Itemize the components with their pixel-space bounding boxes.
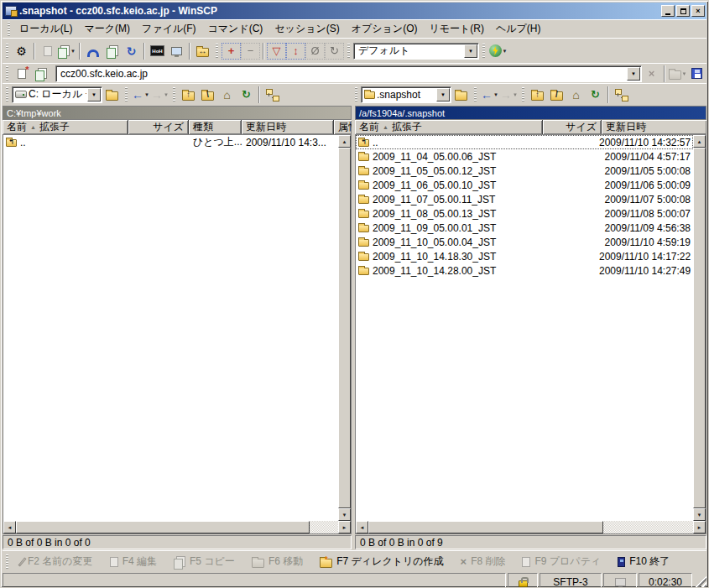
scroll-left-button[interactable]: ◄	[356, 521, 368, 533]
remote-row[interactable]: 2009_11_10_05.00.04_JST 2009/11/10 4:59:…	[356, 235, 693, 249]
session-combo[interactable]: ccz00.sfc.keio.ac.jp ▼	[55, 65, 642, 82]
minimize-button[interactable]	[661, 5, 675, 17]
sessionbar-grip[interactable]	[4, 66, 10, 81]
menu-remote[interactable]: リモート(R)	[423, 19, 490, 39]
funcbar-grip[interactable]	[4, 554, 10, 570]
local-nav-grip[interactable]	[123, 87, 129, 102]
remote-row[interactable]: 2009_11_08_05.00.13_JST 2009/11/08 5:00:…	[356, 206, 693, 221]
f10-quit-button[interactable]: F10 終了	[610, 554, 677, 569]
toolbar-grip-2[interactable]	[214, 44, 220, 59]
remote-tree-button[interactable]	[612, 86, 631, 104]
saved-sessions-button[interactable]: ▼	[57, 42, 76, 60]
local-tree-button[interactable]	[263, 86, 282, 104]
preferences-button[interactable]: ⚙	[12, 42, 31, 60]
remote-header-size[interactable]: サイズ	[543, 120, 602, 134]
remote-row[interactable]: 2009_11_10_14.28.00_JST 2009/11/10 14:27…	[356, 263, 693, 278]
sort-button[interactable]: ↕	[286, 42, 305, 60]
local-toolbar-grip[interactable]	[4, 87, 10, 102]
menu-mark[interactable]: マーク(M)	[79, 19, 137, 39]
new-session-button[interactable]: *	[12, 65, 31, 83]
remote-row[interactable]: 2009_11_06_05.00.10_JST 2009/11/06 5:00:…	[356, 178, 693, 192]
scroll-left-button[interactable]: ◄	[3, 521, 16, 533]
menu-local[interactable]: ローカル(L)	[13, 19, 79, 39]
remote-home-directory-button[interactable]: ⌂	[566, 86, 586, 104]
remote-parent-directory-button[interactable]: ↑	[528, 86, 547, 104]
save-session-button[interactable]	[687, 65, 706, 83]
scrollbar-thumb[interactable]	[16, 521, 310, 533]
remote-row[interactable]: 2009_11_04_05.00.06_JST 2009/11/04 4:57:…	[356, 149, 693, 164]
maximize-button[interactable]	[676, 5, 690, 17]
menu-session[interactable]: セッション(S)	[268, 19, 345, 39]
add-to-queue-button[interactable]: +	[222, 42, 241, 60]
close-button[interactable]: ×	[691, 5, 705, 17]
f7-create-directory-button[interactable]: *F7 ディレクトリの作成	[312, 554, 451, 569]
remote-directory-combo[interactable]: .snapshot ▼	[361, 86, 451, 103]
local-dir-grip[interactable]	[171, 87, 177, 102]
local-home-directory-button[interactable]: ⌂	[217, 86, 237, 104]
local-path-bar[interactable]: C:¥tmp¥work	[3, 106, 352, 120]
menu-file[interactable]: ファイル(F)	[136, 19, 201, 39]
transfer-profile-combo[interactable]: デフォルト ▼	[353, 43, 479, 60]
remote-toolbar-grip[interactable]	[353, 87, 359, 102]
local-row-up[interactable]: ↰.. ひとつ上... 2009/11/10 14:3...	[3, 135, 338, 149]
local-header-ext[interactable]: 拡張子	[39, 120, 70, 134]
scroll-up-button[interactable]: ▲	[693, 135, 706, 148]
local-vertical-scrollbar[interactable]: ▲ ▼	[338, 135, 351, 521]
toolbar-grip[interactable]	[4, 44, 10, 59]
scroll-down-button[interactable]: ▼	[338, 508, 351, 521]
local-drive-dropdown[interactable]: ▼	[87, 88, 101, 101]
duplicate-session-button[interactable]	[31, 65, 50, 83]
remote-path-bar[interactable]: /a/fs1904a/.snapshot	[355, 106, 706, 120]
local-header-name[interactable]: 名前 ▲ 拡張子	[3, 120, 128, 134]
scrollbar-thumb[interactable]	[693, 148, 706, 508]
menu-options[interactable]: オプション(O)	[346, 19, 424, 39]
toolbar-grip-3[interactable]	[346, 44, 352, 59]
local-header-type[interactable]: 種類	[189, 120, 242, 134]
scroll-up-button[interactable]: ▲	[338, 135, 351, 148]
remote-refresh-button[interactable]: ↻	[586, 86, 605, 104]
remote-back-button[interactable]: ←▼	[480, 86, 499, 104]
remote-directory-dropdown[interactable]: ▼	[436, 88, 450, 101]
remote-header-ext[interactable]: 拡張子	[392, 120, 422, 134]
local-parent-directory-button[interactable]: ↑	[179, 86, 198, 104]
local-header-attr[interactable]: 属性	[334, 120, 352, 134]
filter-button[interactable]: ▽	[267, 42, 286, 60]
remote-root-directory-button[interactable]: /	[547, 86, 566, 104]
remote-row[interactable]: 2009_11_05_05.00.12_JST 2009/11/05 5:00:…	[356, 164, 693, 178]
open-in-putty-button[interactable]	[167, 42, 186, 60]
menubar-grip[interactable]	[6, 22, 12, 37]
scrollbar-thumb[interactable]	[368, 521, 603, 533]
synchronize-browsing-button[interactable]	[83, 42, 102, 60]
remote-row[interactable]: 2009_11_07_05.00.11_JST 2009/11/07 5:00:…	[356, 192, 693, 206]
scroll-right-button[interactable]: ►	[338, 521, 351, 533]
menu-help[interactable]: ヘルプ(H)	[490, 19, 547, 39]
local-header-size[interactable]: サイズ	[128, 120, 189, 134]
toolbar-grip-4[interactable]	[481, 44, 487, 59]
local-horizontal-scrollbar[interactable]: ◄ ►	[3, 521, 352, 534]
local-header-modified[interactable]: 更新日時	[242, 120, 334, 134]
local-drive-combo[interactable]: C: ローカル デ ▼	[12, 86, 102, 103]
scroll-down-button[interactable]: ▼	[693, 508, 706, 521]
synchronize-button[interactable]: ↔	[193, 42, 212, 60]
remote-row-up[interactable]: ↰.. 2009/11/10 14:32:57	[356, 135, 693, 149]
remote-horizontal-scrollbar[interactable]: ◄ ►	[355, 521, 706, 534]
remote-vertical-scrollbar[interactable]: ▲ ▼	[693, 135, 706, 521]
menu-command[interactable]: コマンド(C)	[202, 19, 269, 39]
compare-directories-button[interactable]	[102, 42, 122, 60]
remote-open-directory-button[interactable]	[451, 86, 471, 104]
remote-header-name[interactable]: 名前 ▲ 拡張子	[355, 120, 543, 134]
scrollbar-thumb[interactable]	[338, 148, 351, 508]
open-console-button[interactable]: HoH	[148, 42, 167, 60]
local-root-directory-button[interactable]: \	[198, 86, 217, 104]
scroll-right-button[interactable]: ►	[693, 521, 706, 533]
resize-grip[interactable]	[694, 573, 706, 588]
session-dropdown[interactable]: ▼	[627, 67, 640, 81]
remote-nav-grip[interactable]	[472, 87, 478, 102]
local-refresh-button[interactable]: ↻	[237, 86, 256, 104]
local-back-button[interactable]: ←▼	[131, 86, 150, 104]
transfer-profile-dropdown[interactable]: ▼	[464, 44, 477, 58]
remote-header-modified[interactable]: 更新日時	[602, 120, 706, 134]
title-bar[interactable]: .snapshot - ccz00.sfc.keio.ac.jp - WinSC…	[3, 3, 706, 19]
remote-dir-grip[interactable]	[520, 87, 526, 102]
remote-row[interactable]: 2009_11_10_14.18.30_JST 2009/11/10 14:17…	[356, 249, 693, 263]
